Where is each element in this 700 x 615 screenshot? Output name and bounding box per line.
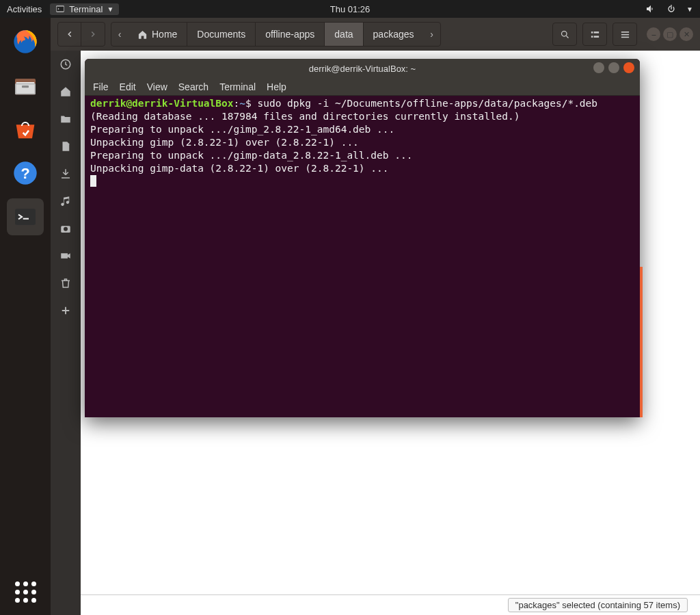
files-minimize-button[interactable]: ‒ (647, 27, 660, 41)
terminal-icon (55, 4, 65, 14)
chevron-left-icon (65, 29, 75, 39)
sidebar-desktop[interactable] (59, 112, 72, 126)
breadcrumb-overflow-right[interactable]: › (424, 29, 440, 40)
chevron-down-icon[interactable]: ▼ (686, 5, 693, 13)
hamburger-menu-button[interactable] (612, 23, 637, 46)
video-icon (59, 250, 72, 262)
launcher-files[interactable] (7, 67, 44, 104)
forward-button[interactable] (81, 23, 105, 46)
breadcrumb-item-active[interactable]: data (324, 23, 362, 46)
file-manager-sidebar (51, 51, 81, 615)
terminal-body[interactable]: derrik@derrik-VirtualBox:~$ sudo dpkg -i… (85, 96, 640, 417)
power-icon[interactable] (666, 3, 677, 14)
show-applications-button[interactable] (15, 581, 36, 603)
search-button[interactable] (552, 23, 577, 46)
terminal-title: derrik@derrik-VirtualBox: ~ (309, 64, 416, 74)
menu-search[interactable]: Search (178, 81, 208, 92)
svg-rect-1 (57, 7, 64, 12)
active-app-label: Terminal (69, 4, 103, 14)
plus-icon (59, 304, 72, 317)
launcher-terminal[interactable] (7, 198, 44, 235)
view-toggle-button[interactable] (582, 23, 607, 46)
breadcrumb-overflow-left[interactable]: ‹ (111, 29, 128, 40)
home-icon (59, 86, 72, 98)
chevron-down-icon: ▼ (107, 5, 113, 13)
terminal-close-button[interactable] (623, 62, 634, 73)
help-icon: ? (12, 159, 39, 187)
terminal-window: derrik@derrik-VirtualBox: ~ File Edit Vi… (85, 59, 640, 417)
folder-icon (59, 113, 72, 125)
files-close-button[interactable]: ✕ (679, 27, 693, 41)
sidebar-music[interactable] (59, 194, 72, 208)
back-button[interactable] (58, 23, 81, 46)
clock[interactable]: Thu 01:26 (330, 4, 371, 14)
sidebar-pictures[interactable] (59, 222, 72, 235)
svg-point-22 (64, 227, 68, 231)
menu-view[interactable]: View (147, 81, 167, 92)
menu-edit[interactable]: Edit (120, 81, 136, 92)
download-icon (59, 168, 72, 180)
svg-point-12 (561, 31, 567, 36)
active-app-menu[interactable]: Terminal ▼ (50, 3, 119, 15)
firefox-icon (12, 28, 39, 55)
music-icon (59, 195, 72, 207)
breadcrumb: ‹ Home Documents offline-apps data packa… (111, 22, 441, 47)
terminal-titlebar[interactable]: derrik@derrik-VirtualBox: ~ (85, 59, 640, 78)
home-icon (137, 29, 148, 40)
sidebar-documents[interactable] (59, 140, 72, 153)
chevron-right-icon (88, 29, 98, 39)
svg-rect-14 (593, 31, 599, 34)
document-icon (59, 140, 72, 153)
files-maximize-button[interactable]: ▢ (663, 27, 677, 41)
sidebar-other-locations[interactable] (59, 304, 72, 317)
svg-rect-16 (593, 36, 599, 38)
decorative-strip (640, 267, 643, 417)
activities-button[interactable]: Activities (7, 4, 42, 14)
menu-file[interactable]: File (93, 81, 109, 92)
svg-rect-17 (621, 31, 628, 33)
software-center-icon (12, 116, 39, 143)
list-view-icon (590, 29, 600, 40)
terminal-prompt-path: ~ (239, 98, 245, 109)
sidebar-trash[interactable] (59, 276, 72, 290)
svg-rect-15 (591, 36, 593, 38)
camera-icon (59, 222, 72, 235)
launcher-firefox[interactable] (7, 23, 44, 60)
launcher-software[interactable] (7, 111, 44, 148)
launcher-help[interactable]: ? (7, 155, 44, 192)
breadcrumb-item[interactable]: Documents (187, 23, 255, 46)
hamburger-icon (620, 29, 630, 40)
trash-icon (59, 277, 72, 289)
menu-help[interactable]: Help (267, 81, 286, 92)
file-manager-toolbar: ‹ Home Documents offline-apps data packa… (51, 18, 700, 51)
svg-rect-23 (61, 253, 68, 259)
svg-rect-18 (621, 34, 628, 35)
breadcrumb-item[interactable]: packages (363, 23, 424, 46)
svg-rect-11 (23, 218, 29, 220)
terminal-icon (12, 203, 39, 231)
terminal-minimize-button[interactable] (593, 62, 604, 73)
terminal-command: sudo dpkg -i ~/Documents/offline-apps/da… (257, 98, 597, 109)
ubuntu-launcher: ? (0, 18, 51, 615)
sidebar-downloads[interactable] (59, 167, 72, 181)
clock-icon (59, 58, 72, 70)
sidebar-recent[interactable] (59, 57, 72, 71)
sidebar-videos[interactable] (59, 249, 72, 263)
statusbar-selection-text: "packages" selected (containing 57 items… (508, 598, 688, 612)
file-manager-statusbar: "packages" selected (containing 57 items… (81, 594, 700, 615)
terminal-menubar: File Edit View Search Terminal Help (85, 78, 640, 96)
gnome-top-bar: Activities Terminal ▼ Thu 01:26 ▼ (0, 0, 700, 18)
volume-icon[interactable] (645, 3, 656, 14)
breadcrumb-home-label: Home (152, 29, 177, 40)
terminal-output: (Reading database ... 187984 files and d… (90, 111, 520, 174)
files-icon (12, 72, 39, 99)
terminal-maximize-button[interactable] (608, 62, 619, 73)
breadcrumb-home[interactable]: Home (128, 23, 187, 46)
svg-rect-7 (22, 86, 29, 88)
terminal-prompt-user: derrik@derrik-VirtualBox (90, 98, 234, 109)
sidebar-home[interactable] (59, 85, 72, 99)
menu-terminal[interactable]: Terminal (219, 81, 256, 92)
terminal-cursor (90, 175, 96, 187)
svg-text:?: ? (21, 165, 29, 182)
breadcrumb-item[interactable]: offline-apps (255, 23, 324, 46)
